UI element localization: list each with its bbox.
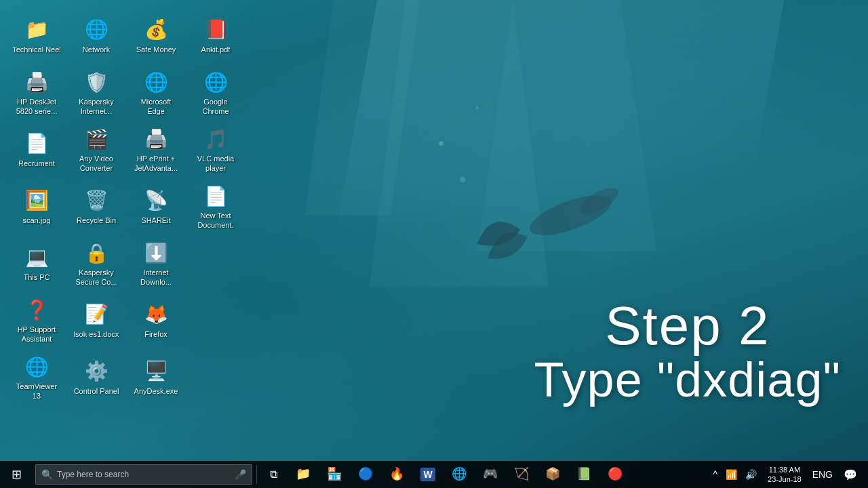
icon-label-ankit-pdf: Ankit.pdf bbox=[201, 45, 231, 54]
icon-image-lsok-docx: 📝 bbox=[83, 301, 110, 328]
icon-label-firefox: Firefox bbox=[144, 330, 167, 339]
taskbar-tray: ^ 📶 🔊 11:38 AM 23-Jun-18 ENG 💬 bbox=[705, 461, 868, 488]
taskbar-divider bbox=[256, 465, 257, 484]
desktop-icon-google-chrome[interactable]: 🌐 Google Chrome bbox=[189, 65, 243, 119]
icon-image-google-chrome: 🌐 bbox=[202, 68, 229, 96]
icon-image-ms-edge: 🌐 bbox=[142, 68, 170, 96]
taskbar-app-chrome[interactable]: 🌐 bbox=[444, 461, 474, 488]
taskbar-apps: 📁🏪🔵🔥W🌐🎮🏹📦📗🔴 bbox=[285, 461, 705, 488]
search-icon: 🔍 bbox=[41, 469, 53, 480]
taskbar-app-icon-app8: 🏹 bbox=[514, 466, 529, 481]
notification-button[interactable]: 💬 bbox=[838, 461, 863, 488]
desktop-icon-new-text[interactable]: 📄 New Text Document. bbox=[189, 179, 243, 233]
icon-image-internet-download: ⬇️ bbox=[142, 239, 170, 266]
icon-image-ankit-pdf: 📕 bbox=[202, 16, 229, 43]
icon-image-any-video: 🎬 bbox=[83, 125, 110, 152]
taskbar-app-icon-word: W bbox=[420, 467, 435, 481]
icon-image-new-text: 📄 bbox=[202, 182, 229, 209]
icon-label-shareit: SHAREit bbox=[141, 216, 170, 225]
icon-image-firefox: 🦊 bbox=[142, 301, 170, 328]
desktop-icon-kaspersky[interactable]: 🛡️ Kaspersky Internet... bbox=[69, 65, 123, 119]
taskbar-app-icon-app7: 🎮 bbox=[483, 466, 498, 481]
desktop-icon-hp-support[interactable]: ❓ HP Support Assistant bbox=[9, 293, 64, 347]
desktop-icon-internet-download[interactable]: ⬇️ Internet Downlo... bbox=[129, 236, 183, 290]
taskbar-app-icon-store: 🏪 bbox=[327, 466, 342, 481]
tray-chevron[interactable]: ^ bbox=[711, 468, 721, 481]
desktop-icon-ms-edge[interactable]: 🌐 Microsoft Edge bbox=[129, 65, 183, 119]
taskbar-app-app8[interactable]: 🏹 bbox=[507, 461, 536, 488]
icon-label-google-chrome: Google Chrome bbox=[191, 98, 240, 115]
desktop-icon-this-pc[interactable]: 💻 This PC bbox=[9, 236, 64, 290]
desktop-area: 📁 Technical Neel 🖨️ HP DeskJet 5820 seri… bbox=[0, 0, 868, 461]
icon-image-hp-eprint: 🖨️ bbox=[142, 125, 170, 152]
icon-image-scan-jpg: 🖼️ bbox=[23, 187, 50, 214]
taskbar-app-icon-flame: 🔥 bbox=[389, 466, 404, 481]
icon-image-hp-support: ❓ bbox=[23, 296, 50, 323]
clock-date: 23-Jun-18 bbox=[768, 474, 802, 484]
icon-label-technical-neel: Technical Neel bbox=[12, 45, 61, 54]
desktop-icon-firefox[interactable]: 🦊 Firefox bbox=[129, 293, 183, 347]
desktop-icon-scan-jpg[interactable]: 🖼️ scan.jpg bbox=[9, 179, 64, 233]
desktop-icon-technical-neel[interactable]: 📁 Technical Neel bbox=[9, 8, 64, 62]
icon-label-recycle-bin: Recycle Bin bbox=[77, 216, 116, 225]
icon-label-kaspersky: Kaspersky Internet... bbox=[72, 98, 121, 115]
desktop-icon-hp-deskjet[interactable]: 🖨️ HP DeskJet 5820 serie... bbox=[9, 65, 64, 119]
icon-image-safe-money: 💰 bbox=[142, 16, 170, 43]
taskbar-app-app9[interactable]: 📦 bbox=[538, 461, 568, 488]
icon-label-any-video: Any Video Converter bbox=[72, 155, 121, 172]
taskbar-app-app10[interactable]: 📗 bbox=[569, 461, 599, 488]
task-view-button[interactable]: ⧉ bbox=[261, 461, 285, 488]
icon-label-anydesk: AnyDesk.exe bbox=[134, 387, 178, 396]
icon-label-hp-support: HP Support Assistant bbox=[12, 325, 61, 343]
task-view-icon: ⧉ bbox=[270, 468, 277, 481]
icon-label-kaspersky-secure: Kaspersky Secure Co... bbox=[72, 268, 121, 286]
taskbar-app-word[interactable]: W bbox=[413, 461, 443, 488]
icon-label-hp-deskjet: HP DeskJet 5820 serie... bbox=[12, 98, 61, 115]
desktop-icon-hp-eprint[interactable]: 🖨️ HP ePrint + JetAdvanta... bbox=[129, 122, 183, 176]
icon-image-recycle-bin: 🗑️ bbox=[83, 187, 110, 214]
taskbar-app-file-explorer[interactable]: 📁 bbox=[288, 461, 318, 488]
taskbar-app-edge[interactable]: 🔵 bbox=[351, 461, 380, 488]
icon-label-recrument: Recrument bbox=[18, 159, 55, 168]
search-bar[interactable]: 🔍 🎤 bbox=[35, 464, 252, 485]
icon-label-new-text: New Text Document. bbox=[191, 211, 240, 229]
desktop-icon-recycle-bin[interactable]: 🗑️ Recycle Bin bbox=[69, 179, 123, 233]
icon-label-vlc: VLC media player bbox=[191, 155, 240, 172]
icon-label-lsok-docx: lsok es1.docx bbox=[74, 330, 119, 339]
taskbar-app-app11[interactable]: 🔴 bbox=[600, 461, 630, 488]
icon-label-scan-jpg: scan.jpg bbox=[23, 216, 51, 225]
tray-network[interactable]: 📶 bbox=[723, 468, 740, 481]
icon-image-vlc: 🎵 bbox=[202, 125, 229, 152]
icon-label-teamviewer: TeamViewer 13 bbox=[12, 382, 61, 400]
start-button[interactable]: ⊞ bbox=[0, 461, 33, 488]
desktop-icon-anydesk[interactable]: 🖥️ AnyDesk.exe bbox=[129, 350, 183, 404]
clock[interactable]: 11:38 AM 23-Jun-18 bbox=[762, 464, 807, 486]
desktop-icon-shareit[interactable]: 📡 SHAREit bbox=[129, 179, 183, 233]
icon-image-control-panel: ⚙️ bbox=[83, 358, 110, 385]
icon-label-network: Network bbox=[83, 45, 110, 54]
icon-label-safe-money: Safe Money bbox=[136, 45, 176, 54]
taskbar-app-icon-app11: 🔴 bbox=[608, 466, 623, 481]
icon-image-this-pc: 💻 bbox=[23, 244, 50, 271]
desktop-icon-recrument[interactable]: 📄 Recrument bbox=[9, 122, 64, 176]
taskbar-app-store[interactable]: 🏪 bbox=[319, 461, 349, 488]
taskbar-app-icon-edge: 🔵 bbox=[358, 466, 373, 481]
mic-icon[interactable]: 🎤 bbox=[235, 469, 246, 480]
desktop-icon-control-panel[interactable]: ⚙️ Control Panel bbox=[69, 350, 123, 404]
desktop-icon-any-video[interactable]: 🎬 Any Video Converter bbox=[69, 122, 123, 176]
taskbar-app-app7[interactable]: 🎮 bbox=[475, 461, 505, 488]
desktop-icon-vlc[interactable]: 🎵 VLC media player bbox=[189, 122, 243, 176]
taskbar-app-flame[interactable]: 🔥 bbox=[382, 461, 412, 488]
icon-image-network: 🌐 bbox=[83, 16, 110, 43]
search-input[interactable] bbox=[57, 470, 231, 479]
tray-speaker[interactable]: 🔊 bbox=[743, 468, 760, 481]
desktop-icon-network[interactable]: 🌐 Network bbox=[69, 8, 123, 62]
desktop-icon-kaspersky-secure[interactable]: 🔒 Kaspersky Secure Co... bbox=[69, 236, 123, 290]
icon-image-recrument: 📄 bbox=[23, 130, 50, 157]
desktop-icon-ankit-pdf[interactable]: 📕 Ankit.pdf bbox=[189, 8, 243, 62]
lang-indicator[interactable]: ENG bbox=[810, 468, 835, 481]
desktop-icon-lsok-docx[interactable]: 📝 lsok es1.docx bbox=[69, 293, 123, 347]
taskbar-app-icon-chrome: 🌐 bbox=[452, 466, 467, 481]
desktop-icon-safe-money[interactable]: 💰 Safe Money bbox=[129, 8, 183, 62]
desktop-icon-teamviewer[interactable]: 🌐 TeamViewer 13 bbox=[9, 350, 64, 404]
